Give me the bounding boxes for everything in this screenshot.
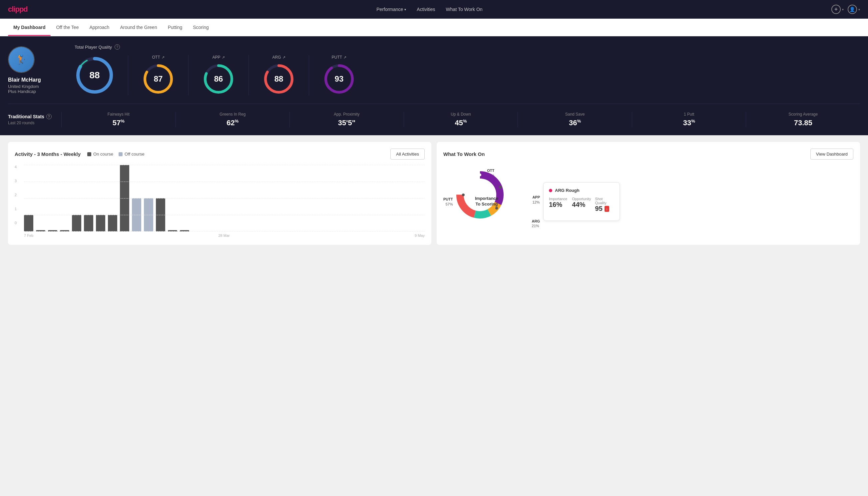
svg-point-16: [499, 186, 502, 188]
arg-donut-label: ARG 21%: [532, 219, 540, 229]
tab-scoring[interactable]: Scoring: [188, 19, 214, 36]
bottom-cards: Activity - 3 Months - Weekly On course O…: [0, 135, 868, 251]
view-dashboard-button[interactable]: View Dashboard: [810, 149, 853, 159]
importance-value: 16%: [549, 201, 568, 208]
x-axis: 7 Feb 28 Mar 9 May: [24, 233, 425, 237]
tab-putting[interactable]: Putting: [162, 19, 188, 36]
chevron-down-icon: ▾: [404, 7, 406, 11]
tab-around-the-green[interactable]: Around the Green: [114, 19, 162, 36]
arg-ring: ARG ↗ 88: [249, 55, 309, 96]
arg-score: 88: [274, 74, 283, 83]
tab-my-dashboard[interactable]: My Dashboard: [8, 19, 51, 36]
activity-chart-card: Activity - 3 Months - Weekly On course O…: [8, 142, 431, 245]
help-icon[interactable]: ?: [114, 44, 120, 50]
bar: [156, 198, 165, 232]
bar-chart: 4 3 2 1 0: [15, 165, 425, 238]
what-to-work-on-card: What To Work On View Dashboard PUTT 57% …: [437, 142, 860, 245]
bar: [84, 215, 93, 232]
stat-app-proximity: App. Proximity 35'5": [289, 112, 404, 127]
user-icon: 👤: [848, 5, 857, 14]
putt-donut-label: PUTT 57%: [443, 197, 453, 206]
app-donut-label: APP 12%: [532, 195, 540, 204]
shot-quality-value: 95 ↓: [595, 205, 614, 213]
bar: [180, 230, 189, 232]
info-card-title: ARG Rough: [555, 188, 580, 193]
ott-ring: OTT ↗ 87: [128, 55, 189, 96]
stat-sand-save: Sand Save 36%: [518, 112, 632, 127]
main-score-ring: 88: [75, 55, 128, 95]
tab-off-the-tee[interactable]: Off the Tee: [51, 19, 84, 36]
user-menu-button[interactable]: 👤 ▾: [848, 5, 860, 14]
nav-right: + ▾ 👤 ▾: [831, 5, 860, 14]
tab-approach[interactable]: Approach: [84, 19, 114, 36]
trad-subtitle: Last 20 rounds: [8, 121, 61, 125]
nav-activities[interactable]: Activities: [417, 1, 435, 17]
profile-name: Blair McHarg: [8, 77, 41, 83]
info-card: ARG Rough Importance 16% Opportunity 44%…: [543, 182, 620, 221]
app-ring: APP ↗ 86: [189, 55, 249, 96]
opportunity-stat: Opportunity 44%: [572, 197, 591, 213]
nav-what-to-work-on[interactable]: What To Work On: [446, 1, 483, 17]
bar: [96, 215, 105, 232]
opportunity-value: 44%: [572, 201, 591, 208]
plus-icon: +: [831, 5, 841, 14]
y-axis: 4 3 2 1 0: [15, 165, 21, 225]
putt-score: 93: [335, 74, 344, 83]
activity-chart-title: Activity - 3 Months - Weekly: [15, 151, 81, 157]
avatar: 🏌️: [8, 46, 35, 73]
arrow-icon: ↗: [282, 55, 285, 60]
profile-stats-section: 🏌️ Blair McHarg United Kingdom Plus Hand…: [8, 44, 860, 104]
stat-fairways-hit: Fairways Hit 57%: [61, 112, 175, 127]
donut-center-label: ImportanceTo Scoring: [475, 196, 498, 207]
shot-quality-stat: Shot Quality 95 ↓: [595, 197, 614, 213]
profile-section: 🏌️ Blair McHarg United Kingdom Plus Hand…: [8, 46, 75, 94]
app-score: 86: [214, 74, 223, 83]
bar: [60, 230, 69, 232]
bar: [168, 230, 177, 232]
rings-row: 88 OTT ↗ 87: [75, 55, 860, 96]
logo[interactable]: clippd: [8, 5, 28, 14]
score-rings-section: Total Player Quality ? 88: [75, 44, 860, 96]
sub-nav: My Dashboard Off the Tee Approach Around…: [0, 19, 868, 36]
bar: [120, 165, 129, 232]
bar: [36, 230, 45, 232]
info-card-dot: [549, 189, 552, 192]
stat-up-down: Up & Down 45%: [404, 112, 518, 127]
bar: [108, 215, 117, 232]
nav-links: Performance ▾ Activities What To Work On: [376, 1, 482, 17]
shot-quality-badge: ↓: [604, 206, 609, 212]
dashboard-main: 🏌️ Blair McHarg United Kingdom Plus Hand…: [0, 36, 868, 135]
donut-section: PUTT 57% OTT 10% APP 12% ARG 21%: [443, 165, 853, 238]
bar: [132, 198, 141, 232]
stat-items: Fairways Hit 57% Greens In Reg 62% App. …: [61, 112, 860, 127]
legend-on-course: On course: [87, 152, 113, 157]
chevron-down-icon: ▾: [842, 7, 844, 11]
bar: [72, 215, 81, 232]
arrow-icon: ↗: [222, 55, 225, 60]
info-card-stats: Importance 16% Opportunity 44% Shot Qual…: [549, 197, 614, 213]
ott-score: 87: [154, 74, 163, 83]
legend-off-course: Off course: [119, 152, 145, 157]
main-score-value: 88: [89, 70, 99, 81]
stat-scoring-avg: Scoring Average 73.85: [746, 112, 860, 127]
bar: [144, 198, 153, 232]
chevron-down-icon: ▾: [858, 7, 860, 11]
svg-point-18: [462, 193, 464, 196]
importance-stat: Importance 16%: [549, 197, 568, 213]
bar: [48, 230, 57, 232]
arrow-icon: ↗: [161, 55, 164, 60]
chart-legend: On course Off course: [87, 152, 145, 157]
stat-1-putt: 1 Putt 33%: [632, 112, 746, 127]
nav-performance[interactable]: Performance ▾: [376, 1, 406, 17]
trad-help-icon[interactable]: ?: [46, 114, 52, 119]
arrow-icon: ↗: [343, 55, 346, 60]
putt-ring: PUTT ↗ 93: [309, 55, 369, 96]
all-activities-button[interactable]: All Activities: [390, 149, 425, 159]
traditional-stats: Traditional Stats ? Last 20 rounds Fairw…: [8, 112, 860, 127]
bars-area: [24, 165, 425, 232]
legend-dot-off-course: [119, 152, 123, 156]
bar: [24, 215, 33, 232]
wtwo-title: What To Work On: [443, 151, 485, 157]
add-button[interactable]: + ▾: [831, 5, 844, 14]
donut-chart: ImportanceTo Scoring: [453, 168, 520, 235]
